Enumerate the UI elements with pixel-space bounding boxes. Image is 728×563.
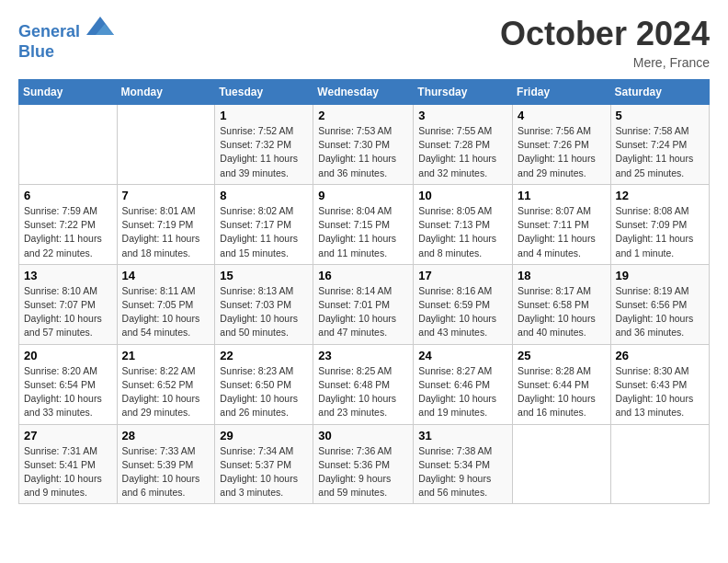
day-info: Sunrise: 8:22 AM Sunset: 6:52 PM Dayligh… (122, 364, 210, 420)
day-number: 8 (220, 189, 308, 202)
day-number: 10 (418, 189, 507, 202)
calendar-cell: 13Sunrise: 8:10 AM Sunset: 7:07 PM Dayli… (19, 264, 118, 344)
calendar-cell: 4Sunrise: 7:56 AM Sunset: 7:26 PM Daylig… (513, 105, 611, 185)
day-info: Sunrise: 7:38 AM Sunset: 5:34 PM Dayligh… (418, 444, 507, 500)
day-info: Sunrise: 8:19 AM Sunset: 6:56 PM Dayligh… (616, 284, 704, 340)
day-number: 23 (318, 349, 408, 362)
calendar-cell: 30Sunrise: 7:36 AM Sunset: 5:36 PM Dayli… (313, 424, 414, 504)
week-row-2: 6Sunrise: 7:59 AM Sunset: 7:22 PM Daylig… (19, 184, 710, 264)
calendar-cell: 17Sunrise: 8:16 AM Sunset: 6:59 PM Dayli… (414, 264, 513, 344)
calendar-cell: 14Sunrise: 8:11 AM Sunset: 7:05 PM Dayli… (117, 264, 215, 344)
day-info: Sunrise: 8:10 AM Sunset: 7:07 PM Dayligh… (24, 284, 112, 340)
calendar-cell: 21Sunrise: 8:22 AM Sunset: 6:52 PM Dayli… (117, 344, 215, 424)
day-info: Sunrise: 8:23 AM Sunset: 6:50 PM Dayligh… (220, 364, 308, 420)
logo-icon (86, 15, 114, 37)
day-number: 6 (24, 189, 112, 202)
week-row-4: 20Sunrise: 8:20 AM Sunset: 6:54 PM Dayli… (19, 344, 710, 424)
day-info: Sunrise: 7:34 AM Sunset: 5:37 PM Dayligh… (220, 444, 308, 500)
logo-general: General (18, 22, 80, 40)
day-number: 27 (24, 429, 112, 442)
day-info: Sunrise: 8:02 AM Sunset: 7:17 PM Dayligh… (220, 204, 308, 260)
logo-text: General Blue (18, 15, 114, 62)
day-number: 15 (220, 269, 308, 282)
day-number: 9 (318, 189, 408, 202)
calendar-cell (513, 424, 611, 504)
weekday-header-friday: Friday (513, 80, 611, 105)
day-info: Sunrise: 7:53 AM Sunset: 7:30 PM Dayligh… (318, 124, 408, 180)
day-number: 4 (518, 109, 606, 122)
day-info: Sunrise: 8:13 AM Sunset: 7:03 PM Dayligh… (220, 284, 308, 340)
weekday-header-row: SundayMondayTuesdayWednesdayThursdayFrid… (19, 80, 710, 105)
day-number: 22 (220, 349, 308, 362)
day-info: Sunrise: 8:07 AM Sunset: 7:11 PM Dayligh… (518, 204, 606, 260)
day-number: 29 (220, 429, 308, 442)
day-info: Sunrise: 7:59 AM Sunset: 7:22 PM Dayligh… (24, 204, 112, 260)
calendar-cell: 8Sunrise: 8:02 AM Sunset: 7:17 PM Daylig… (215, 184, 313, 264)
day-info: Sunrise: 7:31 AM Sunset: 5:41 PM Dayligh… (24, 444, 112, 500)
day-info: Sunrise: 7:55 AM Sunset: 7:28 PM Dayligh… (418, 124, 507, 180)
location: Mere, France (500, 55, 710, 70)
calendar-cell: 24Sunrise: 8:27 AM Sunset: 6:46 PM Dayli… (414, 344, 513, 424)
day-info: Sunrise: 7:36 AM Sunset: 5:36 PM Dayligh… (318, 444, 408, 500)
day-info: Sunrise: 8:11 AM Sunset: 7:05 PM Dayligh… (122, 284, 210, 340)
calendar-cell: 5Sunrise: 7:58 AM Sunset: 7:24 PM Daylig… (610, 105, 709, 185)
title-block: October 2024 Mere, France (500, 15, 710, 70)
day-info: Sunrise: 8:25 AM Sunset: 6:48 PM Dayligh… (318, 364, 408, 420)
calendar-cell: 12Sunrise: 8:08 AM Sunset: 7:09 PM Dayli… (610, 184, 709, 264)
calendar-cell: 9Sunrise: 8:04 AM Sunset: 7:15 PM Daylig… (313, 184, 414, 264)
weekday-header-monday: Monday (117, 80, 215, 105)
day-number: 14 (122, 269, 210, 282)
day-info: Sunrise: 7:58 AM Sunset: 7:24 PM Dayligh… (616, 124, 704, 180)
day-number: 13 (24, 269, 112, 282)
day-info: Sunrise: 8:14 AM Sunset: 7:01 PM Dayligh… (318, 284, 408, 340)
calendar-cell: 1Sunrise: 7:52 AM Sunset: 7:32 PM Daylig… (215, 105, 313, 185)
day-info: Sunrise: 7:33 AM Sunset: 5:39 PM Dayligh… (122, 444, 210, 500)
day-number: 2 (318, 109, 408, 122)
day-number: 18 (518, 269, 606, 282)
day-info: Sunrise: 8:27 AM Sunset: 6:46 PM Dayligh… (418, 364, 507, 420)
day-number: 7 (122, 189, 210, 202)
calendar-cell: 6Sunrise: 7:59 AM Sunset: 7:22 PM Daylig… (19, 184, 118, 264)
day-number: 12 (616, 189, 704, 202)
day-info: Sunrise: 8:30 AM Sunset: 6:43 PM Dayligh… (616, 364, 704, 420)
calendar-cell: 29Sunrise: 7:34 AM Sunset: 5:37 PM Dayli… (215, 424, 313, 504)
weekday-header-saturday: Saturday (610, 80, 709, 105)
calendar-cell: 27Sunrise: 7:31 AM Sunset: 5:41 PM Dayli… (19, 424, 118, 504)
day-number: 17 (418, 269, 507, 282)
calendar-cell: 26Sunrise: 8:30 AM Sunset: 6:43 PM Dayli… (610, 344, 709, 424)
day-number: 25 (518, 349, 606, 362)
calendar-cell: 2Sunrise: 7:53 AM Sunset: 7:30 PM Daylig… (313, 105, 414, 185)
day-info: Sunrise: 8:01 AM Sunset: 7:19 PM Dayligh… (122, 204, 210, 260)
week-row-1: 1Sunrise: 7:52 AM Sunset: 7:32 PM Daylig… (19, 105, 710, 185)
page-header: General Blue October 2024 Mere, France (18, 15, 710, 70)
weekday-header-tuesday: Tuesday (215, 80, 313, 105)
day-number: 21 (122, 349, 210, 362)
weekday-header-sunday: Sunday (19, 80, 118, 105)
day-info: Sunrise: 8:05 AM Sunset: 7:13 PM Dayligh… (418, 204, 507, 260)
day-number: 24 (418, 349, 507, 362)
day-number: 19 (616, 269, 704, 282)
day-info: Sunrise: 8:20 AM Sunset: 6:54 PM Dayligh… (24, 364, 112, 420)
day-info: Sunrise: 8:16 AM Sunset: 6:59 PM Dayligh… (418, 284, 507, 340)
calendar-cell: 7Sunrise: 8:01 AM Sunset: 7:19 PM Daylig… (117, 184, 215, 264)
calendar-cell: 22Sunrise: 8:23 AM Sunset: 6:50 PM Dayli… (215, 344, 313, 424)
calendar-cell: 23Sunrise: 8:25 AM Sunset: 6:48 PM Dayli… (313, 344, 414, 424)
calendar-cell (19, 105, 118, 185)
calendar-cell: 20Sunrise: 8:20 AM Sunset: 6:54 PM Dayli… (19, 344, 118, 424)
day-number: 20 (24, 349, 112, 362)
calendar-cell: 15Sunrise: 8:13 AM Sunset: 7:03 PM Dayli… (215, 264, 313, 344)
calendar-cell: 31Sunrise: 7:38 AM Sunset: 5:34 PM Dayli… (414, 424, 513, 504)
logo: General Blue (18, 15, 114, 62)
calendar-cell: 19Sunrise: 8:19 AM Sunset: 6:56 PM Dayli… (610, 264, 709, 344)
day-info: Sunrise: 8:17 AM Sunset: 6:58 PM Dayligh… (518, 284, 606, 340)
calendar-cell (610, 424, 709, 504)
calendar-table: SundayMondayTuesdayWednesdayThursdayFrid… (18, 79, 710, 504)
weekday-header-wednesday: Wednesday (313, 80, 414, 105)
calendar-cell: 28Sunrise: 7:33 AM Sunset: 5:39 PM Dayli… (117, 424, 215, 504)
day-number: 30 (318, 429, 408, 442)
day-number: 31 (418, 429, 507, 442)
weekday-header-thursday: Thursday (414, 80, 513, 105)
calendar-cell: 18Sunrise: 8:17 AM Sunset: 6:58 PM Dayli… (513, 264, 611, 344)
day-number: 1 (220, 109, 308, 122)
month-title: October 2024 (500, 15, 710, 53)
